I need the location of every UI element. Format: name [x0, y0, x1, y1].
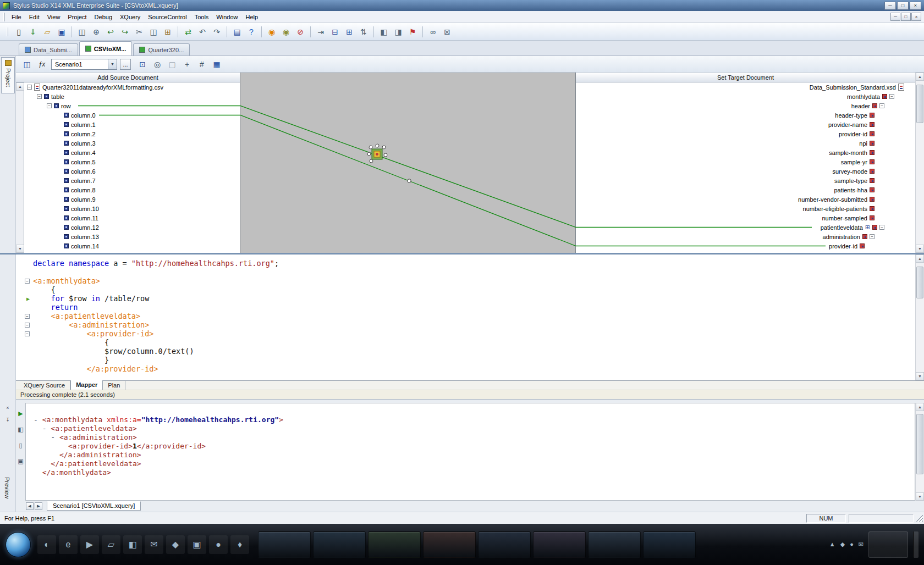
- tray-icon[interactable]: ◆: [840, 541, 845, 548]
- help-icon[interactable]: ?: [245, 25, 258, 38]
- stop-icon[interactable]: ⊘: [294, 25, 307, 38]
- taskbar-window-button[interactable]: [423, 531, 476, 558]
- bookmark-icon[interactable]: ⚑: [406, 25, 419, 38]
- toolbar-grip[interactable]: [7, 27, 8, 36]
- target-tree-row[interactable]: npi: [576, 139, 915, 148]
- taskbar-quicklaunch-icon[interactable]: ✉: [145, 535, 163, 554]
- fold-collapse-icon[interactable]: −: [25, 279, 30, 284]
- schema-view-icon[interactable]: ⇅: [357, 25, 370, 38]
- project-panel-tab[interactable]: Project: [1, 57, 15, 93]
- tree-expander-icon[interactable]: −: [37, 94, 42, 99]
- fold-collapse-icon[interactable]: −: [25, 323, 30, 328]
- editor-tab-mapper[interactable]: Mapper: [70, 380, 103, 390]
- target-panel-header[interactable]: Set Target Document: [576, 73, 915, 82]
- tray-icon[interactable]: ▲: [829, 541, 835, 548]
- target-tree-row[interactable]: Data_Submission_Standard.xsd: [576, 82, 915, 92]
- open-icon[interactable]: ▱: [41, 25, 54, 38]
- taskbar-quicklaunch-icon[interactable]: ▶: [80, 535, 99, 554]
- source-tree-row[interactable]: column.1: [25, 120, 240, 129]
- find-in-map-icon[interactable]: ◎: [151, 58, 164, 71]
- preview-text-icon[interactable]: ▯: [16, 441, 25, 450]
- menu-item-edit[interactable]: Edit: [25, 12, 43, 22]
- scroll-down-icon[interactable]: ▼: [916, 372, 924, 380]
- show-desktop-button[interactable]: [913, 531, 919, 558]
- taskbar-quicklaunch-icon[interactable]: ●: [209, 535, 228, 554]
- source-tree-row[interactable]: column.10: [25, 204, 240, 213]
- scroll-up-icon[interactable]: ▲: [916, 403, 924, 411]
- source-tree-row[interactable]: column.14: [25, 241, 240, 251]
- title-bar[interactable]: Stylus Studio X14 XML Enterprise Suite -…: [0, 0, 924, 11]
- menu-item-view[interactable]: View: [43, 12, 64, 22]
- target-tree-row[interactable]: patientleveldata⊞−: [576, 223, 915, 232]
- target-tree-row[interactable]: provider-name: [576, 120, 915, 129]
- maximize-button[interactable]: □: [897, 2, 909, 10]
- target-tree-row[interactable]: survey-mode: [576, 167, 915, 176]
- copy-icon[interactable]: ◫: [147, 25, 160, 38]
- taskbar-window-button[interactable]: [588, 531, 641, 558]
- taskbar-quicklaunch-icon[interactable]: ♦: [230, 535, 249, 554]
- scroll-up-icon[interactable]: ▲: [916, 73, 924, 81]
- grid-lines-icon[interactable]: #: [195, 58, 208, 71]
- taskbar-clock[interactable]: [868, 531, 908, 558]
- tree-expander-icon[interactable]: −: [47, 103, 52, 108]
- preview-vertical-scrollbar[interactable]: ▲ ▼: [915, 403, 924, 501]
- pin-preview-icon[interactable]: ↧: [4, 416, 12, 424]
- target-tree-row[interactable]: provider-id: [576, 241, 915, 251]
- tray-icon[interactable]: ✉: [859, 541, 864, 548]
- mdi-close-button[interactable]: ×: [911, 13, 921, 21]
- menu-item-help[interactable]: Help: [241, 12, 262, 22]
- document-tab[interactable]: CSVtoXM...: [79, 41, 133, 56]
- menu-item-file[interactable]: File: [8, 12, 25, 22]
- taskbar-quicklaunch-icon[interactable]: ▣: [188, 535, 206, 554]
- source-tree-row[interactable]: column.6: [25, 167, 240, 176]
- undo-icon[interactable]: ↶: [196, 25, 209, 38]
- source-tree-row[interactable]: column.11: [25, 213, 240, 223]
- source-tree-row[interactable]: column.13: [25, 232, 240, 241]
- taskbar-quicklaunch-icon[interactable]: ◆: [166, 535, 185, 554]
- menu-item-tools[interactable]: Tools: [191, 12, 213, 22]
- taskbar-quicklaunch-icon[interactable]: ▱: [102, 535, 120, 554]
- map-window-icon[interactable]: ⊡: [136, 58, 149, 71]
- chevron-down-icon[interactable]: ▼: [108, 59, 117, 69]
- target-tree-row[interactable]: header-type: [576, 110, 915, 120]
- tab-scroll-right-icon[interactable]: ▶: [35, 502, 42, 510]
- target-tree-row[interactable]: sample-type: [576, 176, 915, 185]
- menu-item-project[interactable]: Project: [64, 12, 90, 22]
- scroll-down-icon[interactable]: ▼: [916, 245, 924, 253]
- document-tab[interactable]: Data_Submi...: [19, 43, 78, 56]
- mdi-restore-button[interactable]: □: [901, 13, 911, 21]
- tab-scroll-left-icon[interactable]: ◀: [26, 502, 34, 510]
- paste-grid-icon[interactable]: ⊞: [161, 25, 174, 38]
- tree-expander-icon[interactable]: −: [27, 85, 32, 90]
- source-tree-row[interactable]: −row: [25, 101, 240, 110]
- tree-expander-icon[interactable]: −: [889, 94, 894, 99]
- taskbar-window-button[interactable]: [258, 531, 311, 558]
- taskbar-window-button[interactable]: [368, 531, 421, 558]
- back-icon[interactable]: ↩: [104, 25, 117, 38]
- target-tree-row[interactable]: number-vendor-submitted: [576, 195, 915, 204]
- mapper-vertical-scrollbar[interactable]: ▲ ▼: [915, 73, 924, 253]
- scroll-down-icon[interactable]: ▼: [16, 245, 24, 253]
- menu-item-window[interactable]: Window: [212, 12, 241, 22]
- paste-document-icon[interactable]: ⊕: [90, 25, 103, 38]
- editor-tab-plan[interactable]: Plan: [103, 381, 125, 390]
- scrollbar-thumb[interactable]: [916, 414, 923, 474]
- source-tree-row[interactable]: column.9: [25, 195, 240, 204]
- source-tree-row[interactable]: column.8: [25, 185, 240, 195]
- editor-tab-xquery-source[interactable]: XQuery Source: [19, 381, 70, 390]
- resize-grip[interactable]: [916, 514, 923, 522]
- taskbar-window-button[interactable]: [533, 531, 586, 558]
- target-tree-row[interactable]: monthlydata−: [576, 92, 915, 101]
- source-tree-row[interactable]: column.0: [25, 110, 240, 120]
- new-document-icon[interactable]: ▯: [12, 25, 25, 38]
- target-tree-row[interactable]: number-sampled: [576, 213, 915, 223]
- well-formed-icon[interactable]: ◉: [279, 25, 293, 38]
- blank-page-icon[interactable]: ▢: [166, 58, 179, 71]
- scrollbar-thumb[interactable]: [916, 267, 923, 298]
- taskbar-quicklaunch-icon[interactable]: ◐: [37, 535, 56, 554]
- taskbar-window-button[interactable]: [478, 531, 531, 558]
- target-tree-row[interactable]: sample-yr: [576, 157, 915, 167]
- tree-expander-icon[interactable]: −: [870, 234, 875, 239]
- mapping-canvas[interactable]: [240, 73, 576, 253]
- source-tree-row[interactable]: −table: [25, 92, 240, 101]
